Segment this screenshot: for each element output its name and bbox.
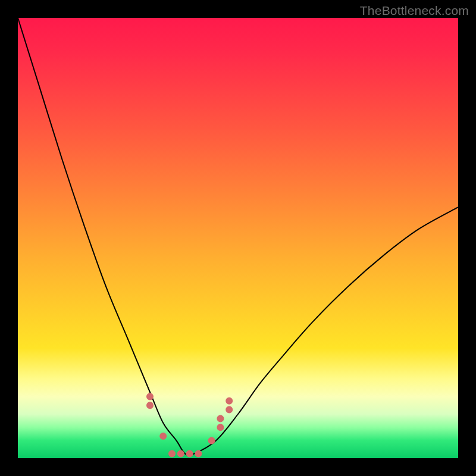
plot-area <box>18 18 458 458</box>
watermark-text: TheBottleneck.com <box>360 4 469 18</box>
chart-frame: TheBottleneck.com <box>0 0 476 476</box>
min-cluster-dots <box>150 396 229 453</box>
dots-layer <box>18 18 458 458</box>
